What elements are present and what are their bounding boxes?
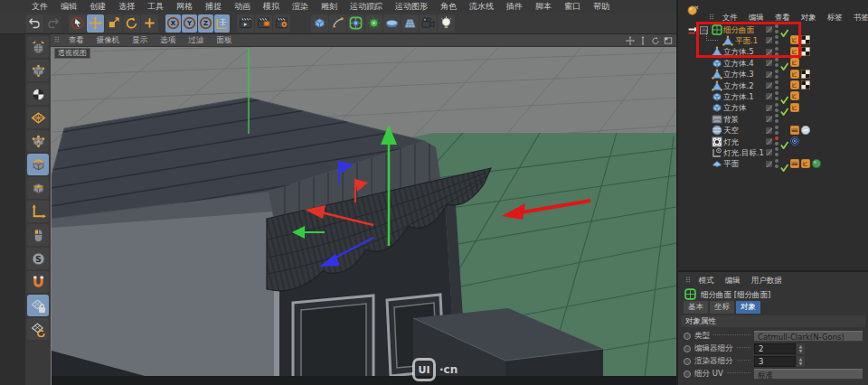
pan-icon[interactable] (626, 36, 635, 45)
phong-tag-icon[interactable] (790, 80, 799, 89)
layer-chip[interactable] (766, 105, 772, 111)
tab-坐标[interactable]: 坐标 (710, 301, 734, 314)
object-row-立方体.2[interactable]: 立方体.2 (678, 80, 866, 91)
animation-dot-icon[interactable] (684, 345, 691, 352)
add-generator-button[interactable] (365, 14, 382, 33)
object-row-平面[interactable]: 平面 (678, 158, 866, 170)
layer-chip[interactable] (766, 82, 772, 89)
enable-snap-button[interactable] (27, 271, 49, 293)
add-environment-button[interactable] (401, 14, 419, 33)
menubar-item-脚本[interactable]: 脚本 (529, 0, 558, 13)
visibility-dots[interactable] (775, 91, 778, 101)
menubar-item-创建[interactable]: 创建 (83, 0, 112, 13)
viewport-menu-查看[interactable]: 查看 (62, 34, 90, 46)
menubar-item-窗口[interactable]: 窗口 (558, 0, 587, 13)
layer-chip[interactable] (766, 149, 772, 155)
visibility-dots[interactable] (775, 114, 778, 124)
tab-基本[interactable]: 基本 (684, 301, 708, 314)
zoom-icon[interactable] (638, 36, 647, 45)
enable-check-icon[interactable] (780, 158, 788, 175)
workplane-mode-button[interactable] (27, 107, 49, 128)
menubar-item-网格[interactable]: 网格 (170, 0, 199, 13)
om-menu-书签[interactable]: 书签 (848, 11, 868, 23)
viewport[interactable]: ⠿ 查看摄像机显示选项过滤面板 透视视图 UI ·cn (51, 34, 676, 385)
toggle-view-icon[interactable] (664, 36, 673, 45)
object-row-背景[interactable]: 背景 (678, 113, 866, 125)
menubar-item-文件[interactable]: 文件 (25, 0, 54, 13)
scale-button[interactable] (105, 14, 122, 33)
menubar-item-雕刻[interactable]: 雕刻 (315, 0, 344, 13)
visibility-dots[interactable] (775, 80, 778, 90)
add-spline-button[interactable] (329, 14, 346, 33)
menubar-item-帮助[interactable]: 帮助 (587, 0, 616, 13)
render-settings-button[interactable] (273, 14, 290, 33)
layer-chip[interactable] (766, 138, 772, 145)
add-floor-button[interactable] (383, 14, 401, 33)
am-menu-编辑[interactable]: 编辑 (720, 274, 746, 286)
lock-z-button[interactable]: Z (198, 14, 213, 33)
orbit-icon[interactable] (651, 36, 660, 45)
menubar-item-插件[interactable]: 插件 (500, 0, 529, 13)
animation-dot-icon[interactable] (684, 371, 691, 378)
viewport-canvas[interactable] (52, 34, 676, 385)
am-menu-用户数据[interactable]: 用户数据 (746, 274, 788, 286)
target-tag-icon[interactable] (790, 136, 799, 146)
enable-axis-button[interactable] (27, 201, 49, 222)
viewport-menu-过滤[interactable]: 过滤 (182, 34, 210, 46)
visibility-dots[interactable] (775, 159, 778, 169)
phong-tag-icon[interactable] (790, 58, 799, 67)
menubar-item-动画[interactable]: 动画 (228, 0, 257, 13)
object-row-立方体.3[interactable]: 立方体.3 (678, 69, 866, 80)
menubar-item-渲染[interactable]: 渲染 (286, 0, 315, 13)
redo-button[interactable] (44, 14, 61, 33)
渲染器细分-field[interactable]: 3 (754, 356, 796, 367)
render-view-button[interactable] (237, 14, 254, 33)
add-light-button[interactable] (438, 14, 455, 33)
points-mode-button[interactable] (27, 130, 49, 152)
layer-chip[interactable] (766, 93, 772, 99)
phong-tag-icon[interactable] (790, 103, 799, 112)
am-menu-模式[interactable]: 模式 (693, 274, 720, 286)
viewport-menu-显示[interactable]: 显示 (126, 34, 154, 46)
add-cube-button[interactable] (311, 14, 328, 33)
menubar-item-工具[interactable]: 工具 (141, 0, 170, 13)
last-tool-button[interactable] (141, 14, 158, 33)
visibility-dots[interactable] (775, 103, 778, 113)
viewport-menu-摄像机[interactable]: 摄像机 (90, 34, 127, 46)
menubar-item-流水线[interactable]: 流水线 (463, 0, 500, 13)
texture-mode-button[interactable] (27, 83, 49, 105)
texture-checker-tag-icon[interactable] (801, 47, 810, 56)
menubar-item-捕捉[interactable]: 捕捉 (199, 0, 228, 13)
visibility-dots[interactable] (775, 147, 778, 157)
stepper-icon[interactable]: ▲▼ (797, 356, 805, 367)
model-mode-button[interactable] (27, 60, 49, 81)
类型-dropdown[interactable]: Catmull-Clark(N-Gons) (754, 331, 863, 342)
lock-y-button[interactable]: Y (182, 14, 197, 33)
layer-chip[interactable] (766, 71, 772, 78)
menubar-item-运动跟踪[interactable]: 运动跟踪 (344, 0, 389, 13)
object-properties-header[interactable]: 对象属性 (681, 315, 865, 327)
compositing-tag-icon[interactable] (790, 126, 799, 135)
phong-tag-icon[interactable] (790, 70, 799, 79)
workplane-lock-button[interactable] (27, 295, 49, 316)
move-button[interactable] (87, 14, 104, 33)
细分 UV-dropdown[interactable]: 标准 (754, 369, 863, 380)
undo-button[interactable] (26, 14, 43, 33)
object-row-灯光.目标.1[interactable]: 灯光.目标.1 (678, 146, 866, 158)
coord-system-button[interactable] (214, 14, 230, 33)
add-camera-button[interactable] (420, 14, 437, 33)
render-picture-viewer-button[interactable] (255, 14, 272, 33)
rotate-button[interactable] (123, 14, 140, 33)
menubar-item-编辑[interactable]: 编辑 (54, 0, 83, 13)
add-subdivision-button[interactable] (347, 14, 364, 33)
stepper-icon[interactable]: ▲▼ (797, 343, 805, 354)
texture-checker-tag-icon[interactable] (801, 80, 810, 89)
snap-settings-button[interactable]: S (27, 248, 49, 269)
menubar-item-模拟[interactable]: 模拟 (257, 0, 286, 13)
object-row-立方体[interactable]: 立方体 (678, 102, 866, 114)
phong-tag-icon[interactable] (790, 91, 799, 100)
polygons-mode-button[interactable] (27, 177, 49, 199)
viewport-menu-选项[interactable]: 选项 (154, 34, 182, 46)
visibility-dots[interactable] (775, 136, 778, 146)
object-row-立方体.4[interactable]: 立方体.4 (678, 57, 866, 69)
